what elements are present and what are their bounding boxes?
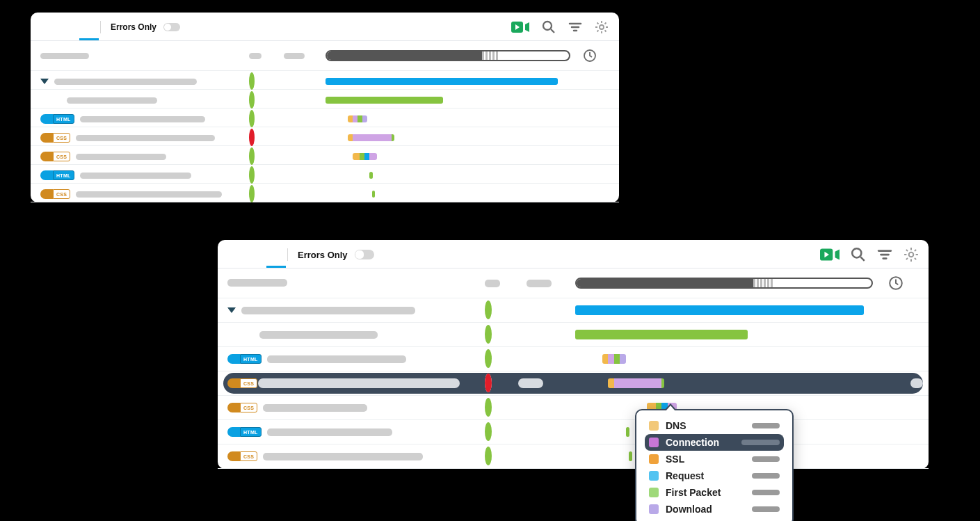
timing-bar[interactable] [326, 75, 570, 88]
status-error-icon [249, 129, 255, 146]
waterfall-row[interactable] [31, 71, 619, 90]
timing-bar[interactable] [326, 113, 570, 125]
request-name [263, 453, 423, 460]
css-badge: CSS [227, 378, 257, 388]
legend-label: Download [666, 504, 712, 515]
legend-swatch [649, 438, 659, 447]
legend-label: Connection [666, 437, 719, 448]
timing-bar[interactable] [575, 351, 873, 367]
waterfall-panel-small: Errors Only HTMLCSS [31, 13, 619, 202]
legend-value [752, 473, 780, 479]
request-name [80, 173, 191, 179]
waterfall-row[interactable]: CSS [218, 396, 929, 420]
request-name [267, 428, 392, 436]
status-ok-icon [249, 185, 255, 202]
status-ok-icon [485, 447, 492, 465]
timing-bar[interactable] [575, 327, 873, 342]
legend-item-download[interactable]: Download [645, 501, 784, 518]
filter-icon[interactable] [568, 19, 583, 35]
html-badge: HTML [227, 427, 262, 437]
legend-item-connection[interactable]: Connection [645, 434, 784, 451]
search-icon[interactable] [541, 19, 556, 35]
legend-label: DNS [666, 420, 686, 431]
request-name [259, 331, 378, 339]
timing-bar[interactable] [326, 169, 570, 182]
waterfall-row[interactable]: CSS [218, 444, 929, 469]
toolbar-divider [100, 21, 101, 33]
request-name [267, 355, 406, 363]
errors-only-label: Errors Only [298, 250, 348, 260]
legend-swatch [649, 421, 659, 431]
waterfall-row[interactable]: CSS [31, 127, 619, 146]
errors-only-toggle[interactable] [163, 23, 180, 31]
timing-bar[interactable] [326, 131, 570, 144]
status-ok-icon [249, 72, 255, 90]
timing-bar[interactable] [326, 150, 570, 163]
gear-icon[interactable] [903, 247, 919, 262]
time-scrubber[interactable] [575, 278, 873, 289]
filter-icon[interactable] [877, 247, 892, 262]
timing-bar[interactable] [326, 94, 570, 106]
waterfall-row[interactable]: HTML [218, 347, 929, 371]
legend-value [752, 456, 780, 462]
timing-bar[interactable] [326, 188, 570, 200]
legend-item-request[interactable]: Request [645, 467, 784, 484]
col-status-header [249, 53, 262, 59]
video-icon[interactable] [511, 19, 530, 35]
status-ok-icon [485, 422, 492, 441]
timing-bar[interactable] [575, 303, 873, 318]
legend-swatch [649, 504, 659, 514]
expand-caret-icon[interactable] [227, 307, 236, 313]
gear-icon[interactable] [594, 19, 609, 35]
timing-bar[interactable] [575, 371, 873, 395]
status-ok-icon [485, 398, 492, 417]
time-scrubber[interactable] [326, 50, 570, 61]
col-size-header [527, 280, 552, 287]
legend-item-dns[interactable]: DNS [645, 417, 784, 434]
clock-icon[interactable] [888, 275, 903, 291]
legend-swatch [649, 454, 659, 464]
status-ok-icon [485, 300, 492, 319]
waterfall-row[interactable]: CSS [31, 146, 619, 165]
errors-only-label: Errors Only [111, 22, 156, 32]
clock-icon[interactable] [582, 48, 597, 63]
svg-line-10 [860, 257, 865, 261]
html-badge: HTML [40, 170, 74, 180]
search-icon[interactable] [851, 247, 866, 262]
request-name [76, 135, 215, 141]
status-error-icon [485, 374, 492, 392]
waterfall-row[interactable]: CSS [218, 371, 929, 396]
svg-point-9 [852, 248, 861, 257]
css-badge: CSS [40, 152, 70, 161]
legend-item-ssl[interactable]: SSL [645, 451, 784, 467]
svg-point-6 [600, 25, 604, 29]
waterfall-row[interactable] [218, 298, 929, 323]
waterfall-row[interactable]: HTML [31, 165, 619, 184]
toolbar-divider [287, 248, 288, 261]
video-icon[interactable] [820, 247, 840, 262]
col-name-header [40, 53, 89, 59]
legend-item-first_packet[interactable]: First Packet [645, 484, 784, 501]
legend-swatch [649, 488, 659, 497]
status-ok-icon [249, 166, 255, 184]
request-name [241, 307, 415, 314]
columns-header-row [218, 268, 929, 298]
waterfall-row[interactable]: CSS [31, 184, 619, 202]
expand-caret-icon[interactable] [40, 79, 49, 84]
col-name-header [227, 279, 287, 287]
waterfall-row[interactable] [218, 323, 929, 347]
errors-only-toggle[interactable] [355, 250, 374, 259]
svg-point-1 [543, 22, 552, 30]
legend-label: First Packet [666, 487, 721, 498]
waterfall-row[interactable]: HTML [31, 109, 619, 127]
waterfall-row[interactable] [31, 90, 619, 109]
panel-toolbar: Errors Only [218, 240, 929, 268]
waterfall-row[interactable]: HTML [218, 420, 929, 444]
legend-value [741, 440, 780, 445]
panel-toolbar: Errors Only [31, 13, 619, 41]
request-name [80, 116, 205, 122]
legend-value [752, 490, 780, 495]
col-size-header [284, 53, 305, 59]
css-badge: CSS [227, 451, 257, 461]
request-name [76, 191, 222, 198]
